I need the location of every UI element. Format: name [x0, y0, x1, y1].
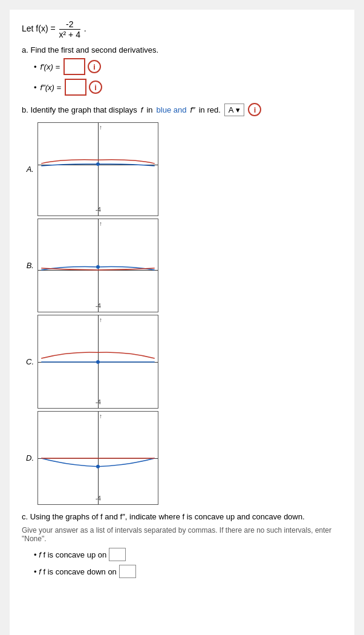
chevron-down-icon: ▾: [236, 105, 240, 114]
svg-point-0: [96, 162, 100, 166]
graph-a-svg: [38, 123, 158, 216]
bullet-concave-up: •: [34, 550, 37, 559]
fraction-numerator: -2: [59, 19, 80, 30]
dropdown-value: A: [229, 105, 234, 114]
section-a: a. Find the first and second derivatives…: [22, 45, 342, 96]
part-b-row: b. Identify the graph that displays f in…: [22, 103, 342, 116]
graph-row-c: C. -4 ↑: [22, 315, 342, 409]
graph-box-a: -4 ↑: [37, 122, 158, 216]
graph-label-a: A.: [22, 122, 34, 174]
period: .: [84, 24, 86, 33]
graph-row-a: A. -4 ↑: [22, 122, 342, 216]
graph-box-b: -4 ↑: [37, 219, 158, 312]
concave-up-label: f is concave up on: [43, 550, 106, 559]
bullet-concave-down: •: [34, 567, 37, 576]
graphs-container: A. -4 ↑: [22, 122, 342, 505]
concave-down-label: f is concave down on: [43, 567, 116, 576]
concave-down-row: • f f is concave down on: [34, 565, 342, 578]
svg-point-3: [96, 465, 100, 469]
graph-dropdown[interactable]: A ▾: [224, 104, 245, 116]
graph-b-svg: [38, 219, 158, 312]
part-b-label: b. Identify the graph that displays: [22, 105, 137, 114]
fprime-label: f′(x) =: [41, 62, 60, 71]
f-label-b: f: [141, 105, 143, 114]
fraction: -2 x² + 4: [59, 19, 80, 39]
fdprime-row: • f″(x) = i: [34, 79, 342, 96]
concave-down-answer-box[interactable]: [119, 565, 136, 578]
function-def-text: Let f(x) =: [22, 24, 58, 33]
graph-c-svg: [38, 315, 158, 408]
fprime-info-button[interactable]: i: [88, 60, 101, 73]
graph-label-b: B.: [22, 219, 34, 270]
fdprime-answer-box[interactable]: [65, 79, 86, 96]
part-b-info-button[interactable]: i: [248, 103, 261, 116]
bullet-fprime: •: [34, 62, 37, 71]
graph-row-b: B. -4 ↑: [22, 219, 342, 312]
concave-up-row: • f f is concave up on: [34, 548, 342, 561]
graph-box-c: -4 ↑: [37, 315, 158, 409]
part-c-label: c. Using the graphs of f and f″, indicat…: [22, 512, 342, 521]
problem-header: Let f(x) = -2 x² + 4 .: [22, 19, 342, 39]
page: Let f(x) = -2 x² + 4 . a. Find the first…: [10, 10, 354, 635]
fdprime-label-b: f″: [190, 105, 195, 114]
blue-label: blue and: [157, 105, 187, 114]
svg-point-2: [96, 360, 100, 364]
graph-row-d: D. -4 ↑: [22, 411, 342, 505]
fraction-denominator: x² + 4: [59, 30, 80, 39]
in-label: in: [146, 105, 152, 114]
fprime-answer-box[interactable]: [63, 58, 85, 75]
concave-up-answer-box[interactable]: [109, 548, 126, 561]
fdprime-label: f″(x) =: [41, 83, 62, 92]
section-b: b. Identify the graph that displays f in…: [22, 103, 342, 505]
graph-box-d: -4 ↑: [37, 411, 158, 505]
part-c-instructions: Give your answer as a list of intervals …: [22, 526, 342, 543]
in-red-label: in red.: [199, 105, 221, 114]
part-a-label: a. Find the first and second derivatives…: [22, 45, 342, 54]
bullet-fdprime: •: [34, 83, 37, 92]
fprime-row: • f′(x) = i: [34, 58, 342, 75]
graph-d-svg: [38, 412, 158, 504]
graph-label-c: C.: [22, 315, 34, 366]
graph-label-d: D.: [22, 411, 34, 462]
section-c: c. Using the graphs of f and f″, indicat…: [22, 512, 342, 578]
f-label-cu: f: [39, 550, 41, 559]
svg-point-1: [96, 265, 100, 269]
fdprime-info-button[interactable]: i: [89, 81, 102, 94]
f-label-cd: f: [39, 567, 41, 576]
